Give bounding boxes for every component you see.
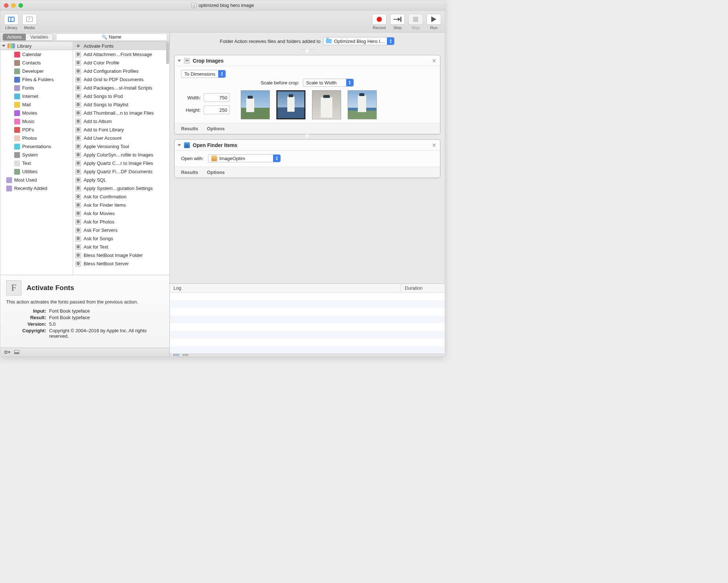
workflow-canvas[interactable]: Folder Action receives files and folders…	[170, 32, 445, 283]
step-button[interactable]	[390, 14, 405, 25]
category-row[interactable]: Fonts	[0, 84, 73, 92]
action-label: Apply System…guration Settings	[84, 186, 153, 191]
action-row[interactable]: ⚙Apply Quartz Fi…DF Documents	[73, 167, 169, 176]
action-label: Add to Font Library	[84, 127, 124, 132]
width-input[interactable]	[204, 93, 230, 102]
crop-thumb-1[interactable]	[241, 90, 270, 119]
action-row[interactable]: ⚙Apply ColorSyn…rofile to Images	[73, 151, 169, 159]
action-row[interactable]: ⚙Ask For Servers	[73, 226, 169, 234]
disclosure-triangle-icon[interactable]	[177, 60, 181, 62]
log-view-flow-button[interactable]	[183, 354, 188, 357]
action-row[interactable]: ⚙Ask for Confirmation	[73, 193, 169, 201]
action-row[interactable]: ⚙Bless NetBoot Server	[73, 259, 169, 268]
action-row[interactable]: ⚙Apply Quartz C…r to Image Files	[73, 159, 169, 167]
category-row[interactable]: Files & Folders	[0, 75, 73, 84]
zoom-window-button[interactable]	[19, 3, 23, 8]
smart-folder-row[interactable]: Most Used	[0, 176, 73, 184]
card-results-button[interactable]: Results	[181, 170, 198, 175]
log-view-list-button[interactable]	[173, 354, 179, 357]
library-header-row[interactable]: Library	[0, 42, 73, 50]
category-label: Mail	[22, 102, 31, 107]
action-row[interactable]: ⚙Apple Versioning Tool	[73, 142, 169, 151]
category-row[interactable]: Utilities	[0, 167, 73, 176]
category-row[interactable]: Presentations	[0, 142, 73, 151]
category-row[interactable]: PDFs	[0, 126, 73, 134]
gear-menu-button[interactable]: ✿▾	[4, 349, 11, 355]
run-button[interactable]	[427, 14, 441, 25]
card-close-button[interactable]: ✕	[432, 58, 436, 64]
library-mode-segment[interactable]: Actions Variables	[3, 33, 53, 41]
action-row[interactable]: ⚙Add Attachmen…Front Message	[73, 50, 169, 59]
record-button[interactable]	[372, 14, 387, 25]
action-icon: ⚙	[75, 186, 81, 191]
stop-button[interactable]	[408, 14, 423, 25]
input-folder-popup[interactable]: Optimized Blog Hero I… ▲▼	[323, 37, 395, 45]
close-window-button[interactable]	[4, 3, 8, 8]
category-row[interactable]: Contacts	[0, 59, 73, 67]
tab-variables[interactable]: Variables	[26, 34, 52, 40]
category-row[interactable]: Text	[0, 159, 73, 167]
scale-before-crop-popup[interactable]: Scale to Width ▲▼	[303, 79, 354, 87]
action-row[interactable]: ⚙Ask for Photos	[73, 218, 169, 226]
panel-toggle-button[interactable]	[14, 350, 19, 354]
action-row[interactable]: ⚙Add Configuration Profiles	[73, 67, 169, 75]
action-row[interactable]: ⚙Add to Font Library	[73, 126, 169, 134]
action-row[interactable]: ⚙Add User Account	[73, 134, 169, 142]
action-row[interactable]: ⚙Ask for Text	[73, 243, 169, 251]
disclosure-triangle-icon[interactable]	[177, 144, 181, 146]
action-row[interactable]: ⚙Apply SQL	[73, 176, 169, 184]
category-row[interactable]: Music	[0, 117, 73, 126]
action-row[interactable]: ⚙Add Songs to Playlist	[73, 100, 169, 109]
action-row[interactable]: ⚙Ask for Finder Items	[73, 201, 169, 209]
height-input[interactable]	[204, 106, 230, 114]
crop-thumb-4[interactable]	[348, 90, 377, 119]
record-icon	[377, 17, 382, 22]
smart-folder-row[interactable]: Recently Added	[0, 184, 73, 193]
action-card-open-finder-items[interactable]: ☺ Open Finder Items ✕ Open with: ImageOp…	[174, 139, 440, 178]
action-row[interactable]: ⚙Add Songs to iPod	[73, 92, 169, 100]
action-row[interactable]: ⚙Ask for Movies	[73, 209, 169, 218]
action-row[interactable]: ⚙Add to Album	[73, 117, 169, 126]
category-row[interactable]: Developer	[0, 67, 73, 75]
category-row[interactable]: System	[0, 151, 73, 159]
action-row[interactable]: ⚙Add Thumbnail…n to Image Files	[73, 109, 169, 117]
action-row[interactable]: ⚙Add Color Profile	[73, 59, 169, 67]
media-toggle-button[interactable]	[22, 14, 37, 25]
library-toggle-button[interactable]	[4, 14, 19, 25]
action-row[interactable]: ⚙Add Packages…st-Install Scripts	[73, 84, 169, 92]
open-with-popup[interactable]: ImageOptim ▲▼	[208, 154, 281, 162]
action-row[interactable]: ⚙Add Grid to PDF Documents	[73, 75, 169, 84]
disclosure-triangle-icon[interactable]	[2, 45, 5, 47]
titlebar[interactable]: optimized blog hero image	[0, 0, 445, 11]
detail-input-label: Input:	[6, 308, 46, 314]
action-icon: ⚙	[75, 160, 81, 166]
search-input[interactable]: 🔍 Name	[56, 33, 168, 41]
category-row[interactable]: Internet	[0, 92, 73, 100]
crop-thumb-2-selected[interactable]	[276, 90, 305, 119]
record-label: Record	[373, 25, 385, 30]
card-options-button[interactable]: Options	[207, 170, 225, 175]
category-row[interactable]: Mail	[0, 100, 73, 109]
action-row[interactable]: ⚙Bless NetBoot Image Folder	[73, 251, 169, 259]
receives-text: Folder Action receives files and folders…	[220, 39, 321, 44]
card-results-button[interactable]: Results	[181, 126, 198, 131]
tab-actions[interactable]: Actions	[3, 34, 26, 40]
action-card-crop-images[interactable]: ✂ Crop Images ✕ To Dimensions ▲▼ Scale b…	[174, 55, 440, 134]
minimize-window-button[interactable]	[11, 3, 16, 8]
card-options-button[interactable]: Options	[207, 126, 225, 131]
card-close-button[interactable]: ✕	[432, 142, 436, 148]
category-list[interactable]: Library CalendarContactsDeveloperFiles &…	[0, 42, 73, 275]
log-column-log[interactable]: Log	[170, 284, 401, 292]
category-row[interactable]: Calendar	[0, 50, 73, 59]
action-row[interactable]: ⚙Apply System…guration Settings	[73, 184, 169, 193]
action-row[interactable]: ⚙Ask for Songs	[73, 234, 169, 243]
actions-list[interactable]: ⚙Activate Fonts⚙Add Attachmen…Front Mess…	[73, 42, 169, 275]
crop-thumb-3[interactable]	[312, 90, 341, 119]
scrollbar-thumb[interactable]	[166, 42, 169, 64]
action-row[interactable]: ⚙Activate Fonts	[73, 42, 169, 50]
log-column-duration[interactable]: Duration	[401, 284, 445, 292]
category-row[interactable]: Photos	[0, 134, 73, 142]
crop-mode-popup[interactable]: To Dimensions ▲▼	[181, 70, 226, 78]
action-icon: ⚙	[75, 102, 81, 108]
category-row[interactable]: Movies	[0, 109, 73, 117]
